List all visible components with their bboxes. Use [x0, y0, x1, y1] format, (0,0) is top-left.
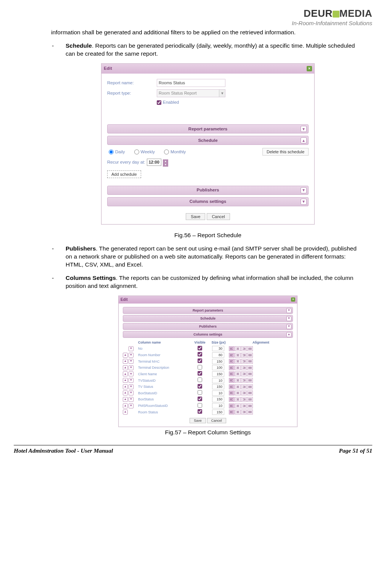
align-center-icon[interactable] — [235, 371, 241, 376]
visible-checkbox[interactable] — [198, 371, 202, 376]
align-justify-icon[interactable] — [247, 410, 253, 414]
move-up-icon[interactable]: ▲ — [123, 390, 128, 395]
f57-section-schedule[interactable]: Schedule▼ — [123, 315, 293, 322]
move-up-icon[interactable]: ▲ — [123, 403, 128, 408]
collapse-down-icon[interactable]: ▼ — [301, 199, 307, 205]
collapse-down-icon[interactable]: ▼ — [301, 187, 307, 193]
align-justify-icon[interactable] — [247, 365, 253, 370]
visible-checkbox[interactable] — [198, 390, 202, 395]
size-input[interactable]: 100 — [212, 365, 224, 370]
section-publishers[interactable]: Publishers ▼ — [107, 186, 309, 195]
size-input[interactable]: 150 — [212, 359, 224, 364]
move-up-icon[interactable]: ▲ — [123, 378, 128, 383]
align-right-icon[interactable] — [241, 403, 247, 408]
align-center-icon[interactable] — [235, 390, 241, 395]
align-justify-icon[interactable] — [247, 371, 253, 376]
align-right-icon[interactable] — [241, 390, 247, 395]
section-columns-settings[interactable]: Columns settings ▼ — [107, 197, 309, 206]
visible-checkbox[interactable] — [198, 346, 202, 350]
move-down-icon[interactable]: ▼ — [129, 371, 133, 376]
collapse-down-icon[interactable]: ▼ — [286, 308, 291, 313]
align-center-icon[interactable] — [235, 397, 241, 402]
align-center-icon[interactable] — [235, 403, 241, 408]
radio-daily[interactable]: Daily — [109, 149, 125, 155]
move-down-icon[interactable]: ▼ — [129, 359, 133, 364]
visible-checkbox[interactable] — [198, 365, 202, 370]
move-down-icon[interactable]: ▼ — [129, 353, 133, 358]
visible-checkbox[interactable] — [198, 403, 202, 408]
move-down-icon[interactable]: ▼ — [129, 390, 133, 395]
size-input[interactable]: 30 — [212, 346, 224, 351]
move-up-icon[interactable]: ▲ — [123, 397, 128, 402]
size-input[interactable]: 10 — [212, 403, 224, 408]
align-left-icon[interactable] — [229, 371, 235, 376]
align-center-icon[interactable] — [235, 384, 241, 389]
align-right-icon[interactable] — [241, 384, 247, 389]
cancel-button[interactable]: Cancel — [207, 213, 230, 220]
align-left-icon[interactable] — [229, 397, 235, 402]
align-left-icon[interactable] — [229, 403, 235, 408]
collapse-down-icon[interactable]: ▼ — [286, 316, 291, 321]
align-right-icon[interactable] — [241, 365, 247, 370]
spin-up-icon[interactable]: ▲ — [163, 159, 168, 163]
move-down-icon[interactable]: ▼ — [129, 403, 133, 408]
move-down-icon[interactable]: ▼ — [129, 365, 133, 370]
close-icon[interactable]: × — [291, 297, 295, 302]
move-up-icon[interactable]: ▲ — [123, 353, 128, 358]
align-justify-icon[interactable] — [247, 353, 253, 358]
visible-checkbox[interactable] — [198, 409, 202, 414]
align-left-icon[interactable] — [229, 353, 235, 358]
align-right-icon[interactable] — [241, 371, 247, 376]
size-input[interactable]: 10 — [212, 390, 224, 396]
align-center-icon[interactable] — [235, 378, 241, 383]
visible-checkbox[interactable] — [198, 397, 202, 401]
align-right-icon[interactable] — [241, 410, 247, 414]
move-up-icon[interactable]: ▲ — [123, 410, 128, 414]
radio-monthly[interactable]: Monthly — [164, 149, 186, 155]
section-report-parameters[interactable]: Report parameters ▼ — [107, 124, 309, 133]
save-button[interactable]: Save — [190, 418, 206, 423]
align-justify-icon[interactable] — [247, 378, 253, 383]
size-input[interactable]: 80 — [212, 352, 224, 358]
radio-weekly-input[interactable] — [134, 149, 139, 154]
delete-schedule-button[interactable]: Delete this schedule — [262, 148, 309, 156]
radio-daily-input[interactable] — [109, 149, 114, 154]
align-right-icon[interactable] — [241, 353, 247, 358]
radio-monthly-input[interactable] — [164, 149, 169, 154]
align-center-icon[interactable] — [235, 346, 241, 351]
align-right-icon[interactable] — [241, 346, 247, 351]
align-right-icon[interactable] — [241, 378, 247, 383]
f57-section-publishers[interactable]: Publishers▼ — [123, 323, 293, 330]
collapse-down-icon[interactable]: ▼ — [286, 324, 291, 329]
align-center-icon[interactable] — [235, 410, 241, 414]
section-schedule[interactable]: Schedule ▲ — [107, 136, 309, 145]
align-center-icon[interactable] — [235, 353, 241, 358]
align-center-icon[interactable] — [235, 359, 241, 364]
align-right-icon[interactable] — [241, 397, 247, 402]
save-button[interactable]: Save — [186, 213, 205, 220]
visible-checkbox[interactable] — [198, 384, 202, 389]
move-up-icon[interactable]: ▲ — [123, 365, 128, 370]
align-justify-icon[interactable] — [247, 359, 253, 364]
align-left-icon[interactable] — [229, 346, 235, 351]
visible-checkbox[interactable] — [198, 378, 202, 382]
align-justify-icon[interactable] — [247, 397, 253, 402]
size-input[interactable]: 150 — [212, 397, 224, 402]
align-justify-icon[interactable] — [247, 390, 253, 395]
recur-time-input[interactable]: 12:00 — [147, 159, 161, 166]
move-down-icon[interactable]: ▼ — [129, 346, 133, 351]
align-right-icon[interactable] — [241, 359, 247, 364]
align-left-icon[interactable] — [229, 359, 235, 364]
size-input[interactable]: 150 — [212, 384, 224, 389]
radio-weekly[interactable]: Weekly — [134, 149, 155, 155]
align-center-icon[interactable] — [235, 365, 241, 370]
report-type-select[interactable]: Room Status Report ▾ — [157, 89, 225, 97]
cancel-button[interactable]: Cancel — [207, 418, 226, 423]
visible-checkbox[interactable] — [198, 352, 202, 357]
move-up-icon[interactable]: ▲ — [123, 384, 128, 389]
align-left-icon[interactable] — [229, 390, 235, 395]
align-left-icon[interactable] — [229, 384, 235, 389]
close-icon[interactable]: × — [307, 66, 312, 71]
collapse-down-icon[interactable]: ▼ — [301, 126, 307, 132]
time-spinner[interactable]: ▲▼ — [163, 159, 168, 165]
